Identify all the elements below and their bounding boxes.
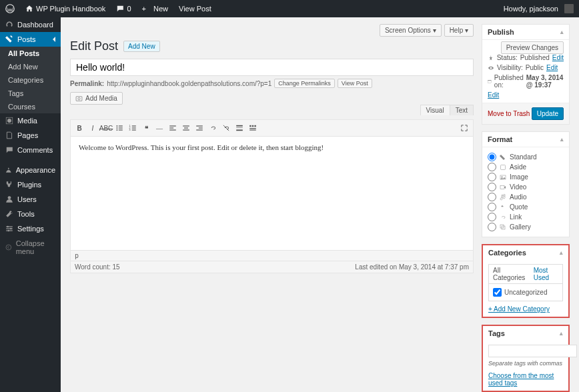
ol-button[interactable]: 123 — [127, 122, 139, 134]
tab-most-used[interactable]: Most Used — [530, 265, 562, 283]
menu-appearance[interactable]: Appearance — [0, 163, 61, 177]
update-button[interactable]: Update — [532, 107, 564, 120]
svg-point-7 — [7, 226, 8, 227]
screen-options-button[interactable]: Screen Options ▾ — [380, 24, 442, 37]
svg-rect-20 — [132, 125, 136, 126]
svg-rect-44 — [501, 165, 506, 169]
svg-point-3 — [8, 196, 11, 199]
ul-button[interactable] — [113, 122, 125, 134]
collapse-menu[interactable]: Collapse menu — [0, 236, 61, 259]
hr-button[interactable]: — — [153, 122, 165, 134]
menu-settings[interactable]: Settings — [0, 221, 61, 236]
svg-rect-27 — [169, 129, 176, 130]
format-gallery[interactable]: Gallery — [488, 223, 564, 231]
visual-tab[interactable]: Visual — [420, 105, 450, 115]
menu-users[interactable]: Users — [0, 192, 61, 207]
format-link[interactable]: Link — [488, 213, 564, 221]
svg-point-13 — [117, 125, 118, 127]
italic-button[interactable]: I — [87, 122, 99, 134]
format-image[interactable]: Image — [488, 173, 564, 181]
svg-rect-24 — [132, 129, 136, 130]
svg-rect-35 — [236, 127, 243, 128]
kitchen-sink-button[interactable] — [247, 122, 259, 134]
quote-button[interactable]: ❝ — [140, 122, 152, 134]
svg-rect-50 — [502, 226, 505, 229]
site-name-link[interactable]: WP Plugin Handbook — [20, 0, 111, 17]
svg-rect-28 — [183, 125, 189, 126]
svg-point-8 — [10, 228, 11, 229]
align-left-button[interactable] — [167, 122, 179, 134]
format-video[interactable]: Video — [488, 183, 564, 191]
format-aside[interactable]: Aside — [488, 163, 564, 171]
move-to-trash-link[interactable]: Move to Trash — [488, 110, 530, 117]
align-right-button[interactable] — [193, 122, 205, 134]
svg-point-17 — [117, 129, 118, 131]
menu-pages[interactable]: Pages — [0, 128, 61, 143]
menu-dashboard[interactable]: Dashboard — [0, 17, 61, 32]
calendar-icon — [488, 78, 492, 85]
format-box-header[interactable]: Format▴ — [482, 132, 569, 147]
menu-media[interactable]: Media — [0, 113, 61, 128]
edit-date-link[interactable]: Edit — [488, 91, 499, 99]
choose-tags-link[interactable]: Choose from the most used tags — [488, 372, 554, 387]
view-post-link[interactable]: View Post — [173, 0, 217, 17]
svg-rect-49 — [500, 225, 504, 228]
format-quote[interactable]: ❝Quote — [488, 203, 564, 211]
svg-rect-25 — [169, 125, 176, 126]
text-tab[interactable]: Text — [450, 105, 474, 115]
post-title-input[interactable] — [70, 59, 474, 76]
menu-comments[interactable]: Comments — [0, 143, 61, 157]
svg-rect-41 — [249, 129, 256, 130]
page-title: Edit Post Add New — [70, 39, 474, 53]
unlink-button[interactable] — [220, 122, 232, 134]
svg-rect-36 — [236, 129, 243, 131]
link-button[interactable] — [207, 122, 219, 134]
add-new-category-link[interactable]: + Add New Category — [488, 305, 550, 313]
fullscreen-button[interactable] — [458, 122, 470, 134]
add-media-button[interactable]: Add Media — [70, 92, 123, 105]
eye-icon — [488, 65, 494, 71]
svg-rect-18 — [119, 129, 123, 130]
categories-box: Categories▴ All Categories Most Used Unc… — [482, 244, 570, 318]
admin-topbar: WP Plugin Handbook 0 + New View Post How… — [0, 0, 579, 17]
edit-status-link[interactable]: Edit — [552, 54, 564, 61]
svg-rect-29 — [184, 127, 188, 128]
help-button[interactable]: Help ▾ — [444, 24, 474, 37]
svg-rect-11 — [76, 97, 82, 101]
submenu-courses[interactable]: Courses — [0, 100, 61, 113]
change-permalinks-button[interactable]: Change Permalinks — [274, 79, 335, 88]
comments-link[interactable]: 0 — [111, 0, 136, 17]
bold-button[interactable]: B — [73, 122, 85, 134]
categories-box-header[interactable]: Categories▴ — [483, 245, 568, 260]
submenu-add-new[interactable]: Add New — [0, 60, 61, 73]
menu-posts[interactable]: Posts — [0, 32, 61, 47]
tags-input[interactable] — [488, 345, 577, 357]
content-editor[interactable]: Welcome to WordPress. This is your first… — [71, 137, 473, 250]
menu-tools[interactable]: Tools — [0, 207, 61, 221]
preview-changes-button[interactable]: Preview Changes — [501, 41, 564, 54]
pin-icon — [488, 55, 494, 61]
add-new-button[interactable]: Add New — [123, 41, 160, 52]
more-button[interactable] — [233, 122, 245, 134]
format-standard[interactable]: Standard — [488, 153, 564, 161]
edit-visibility-link[interactable]: Edit — [546, 64, 558, 71]
wp-logo[interactable] — [0, 0, 20, 17]
publish-box-header[interactable]: Publish▴ — [482, 25, 569, 40]
view-post-button[interactable]: View Post — [338, 79, 372, 88]
publish-box: Publish▴ Preview Changes Status: Publish… — [482, 24, 570, 125]
category-uncategorized[interactable]: Uncategorized — [493, 288, 558, 297]
submenu-tags[interactable]: Tags — [0, 87, 61, 100]
svg-rect-43 — [488, 80, 492, 81]
strike-button[interactable]: ABC — [100, 122, 112, 134]
submenu-categories[interactable]: Categories — [0, 73, 61, 87]
howdy-user[interactable]: Howdy, pjackson — [498, 0, 579, 17]
svg-rect-16 — [119, 127, 123, 128]
align-center-button[interactable] — [180, 122, 192, 134]
submenu-posts: All Posts Add New Categories Tags Course… — [0, 47, 61, 113]
tags-box-header[interactable]: Tags▴ — [483, 326, 568, 341]
menu-plugins[interactable]: Plugins — [0, 177, 61, 192]
tab-all-categories[interactable]: All Categories — [489, 265, 530, 283]
format-audio[interactable]: Audio — [488, 193, 564, 201]
submenu-all-posts[interactable]: All Posts — [0, 47, 61, 60]
new-content-link[interactable]: + New — [137, 0, 174, 17]
